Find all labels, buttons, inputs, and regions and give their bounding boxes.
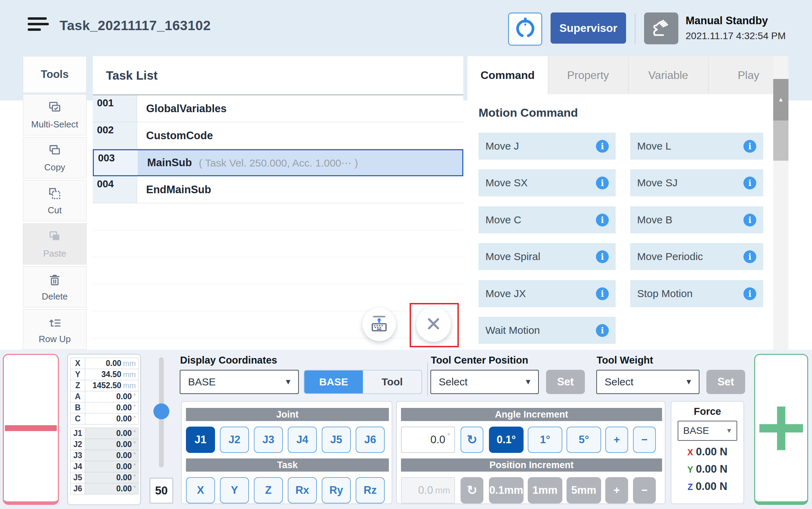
angle-increment-0p1[interactable]: 0.1° — [489, 427, 524, 453]
info-icon[interactable]: i — [596, 287, 609, 300]
tool-center-position-dropdown[interactable]: Select ▼ — [430, 370, 539, 394]
coord-unit: ° — [134, 404, 136, 410]
coord-label: J6 — [71, 483, 85, 494]
command-wait-motion[interactable]: Wait Motion i — [479, 317, 616, 344]
jog-axis-y[interactable]: Y — [220, 477, 249, 503]
chevron-down-icon: ▼ — [284, 377, 292, 386]
info-icon[interactable]: i — [743, 177, 756, 189]
position-increment-header: Position Increment — [401, 458, 662, 472]
supervisor-button[interactable]: Supervisor — [551, 12, 626, 44]
task-row[interactable]: 002 CustomCode — [93, 122, 463, 149]
jog-plus-button[interactable] — [754, 354, 808, 505]
tool-weight-set-button[interactable]: Set — [706, 370, 745, 394]
coord-label: X — [71, 358, 85, 369]
info-icon[interactable]: i — [596, 140, 609, 153]
angle-increment-plus-button[interactable]: + — [605, 427, 628, 453]
command-move-c[interactable]: Move C i — [479, 206, 616, 233]
annotation-highlight-box — [410, 303, 459, 347]
command-move-jx[interactable]: Move JX i — [479, 280, 616, 307]
command-move-sj[interactable]: Move SJ i — [630, 169, 763, 196]
position-increment-5mm: 5mm — [566, 477, 601, 503]
display-coordinates-dropdown[interactable]: BASE ▼ — [180, 370, 299, 394]
force-card: Force BASE ▼ X0.00 N Y0.00 N Z0.00 N — [671, 401, 744, 504]
joint-task-jog-card: Joint J1 J2 J3 J4 J5 J6 Task X Y Z Rx Ry… — [181, 401, 392, 504]
angle-increment-1[interactable]: 1° — [528, 427, 562, 453]
increment-card: Angle Increment 0.0 ° ↻ 0.1° 1° 5° + − P… — [396, 401, 666, 504]
force-frame-dropdown[interactable]: BASE ▼ — [678, 421, 737, 441]
coord-unit: mm — [123, 359, 136, 368]
robot-teach-pendant: Task_20211117_163102 Supervisor Manual S… — [0, 0, 812, 509]
command-move-j[interactable]: Move J i — [479, 133, 616, 160]
coord-label: J3 — [71, 450, 85, 461]
tool-delete[interactable]: Delete — [23, 266, 87, 307]
force-axis-label: Y — [687, 465, 693, 474]
task-row[interactable]: 004 EndMainSub — [93, 176, 463, 203]
speed-value-box[interactable]: 50 — [150, 478, 173, 503]
jog-axis-z[interactable]: Z — [254, 477, 283, 503]
tab-variable[interactable]: Variable — [628, 56, 708, 94]
command-label: Move JX — [485, 288, 596, 300]
command-scrollbar-thumb[interactable] — [773, 120, 788, 161]
jog-axis-j5[interactable]: J5 — [322, 427, 351, 453]
command-move-spiral[interactable]: Move Spiral i — [479, 243, 616, 270]
toggle-tool[interactable]: Tool — [363, 370, 421, 393]
scroll-up-icon[interactable]: ▲ — [773, 79, 788, 120]
coord-unit: ° — [134, 474, 136, 480]
motion-command-title: Motion Command — [479, 106, 578, 119]
task-row[interactable]: 001 GlobalVariables — [93, 95, 463, 122]
jog-axis-rx[interactable]: Rx — [288, 477, 317, 503]
jog-panel-divider — [427, 362, 428, 396]
display-coordinates-label: Display Coordinates — [180, 355, 277, 366]
multi-select-icon — [47, 100, 63, 117]
task-row-name: EndMainSub — [146, 184, 211, 196]
tab-property[interactable]: Property — [548, 56, 628, 94]
toggle-base[interactable]: BASE — [304, 370, 363, 393]
jog-axis-rz[interactable]: Rz — [356, 477, 385, 503]
hamburger-menu-icon[interactable] — [28, 17, 49, 34]
info-icon[interactable]: i — [743, 214, 756, 226]
command-move-periodic[interactable]: Move Periodic i — [630, 243, 763, 270]
info-icon[interactable]: i — [596, 177, 609, 189]
tab-command[interactable]: Command — [467, 56, 548, 94]
info-icon[interactable]: i — [596, 214, 609, 226]
jog-axis-j2[interactable]: J2 — [220, 427, 249, 453]
info-icon[interactable]: i — [596, 250, 609, 263]
command-move-sx[interactable]: Move SX i — [479, 169, 616, 196]
jog-axis-j1[interactable]: J1 — [186, 427, 215, 453]
gripper-tool-button[interactable] — [508, 12, 542, 46]
angle-increment-5[interactable]: 5° — [566, 427, 601, 453]
coord-label: Z — [71, 380, 85, 391]
jog-axis-ry[interactable]: Ry — [322, 477, 351, 503]
tool-row-up[interactable]: Row Up — [23, 309, 87, 350]
tool-multi-select[interactable]: Multi-Select — [23, 94, 87, 135]
command-stop-motion[interactable]: Stop Motion i — [630, 280, 763, 307]
chevron-down-icon: ▼ — [685, 377, 693, 386]
manual-mode-button[interactable] — [644, 12, 678, 44]
jog-axis-j4[interactable]: J4 — [288, 427, 317, 453]
tool-paste: Paste — [23, 223, 87, 265]
virtual-keyboard-button[interactable] — [363, 308, 396, 341]
tool-weight-dropdown[interactable]: Select ▼ — [596, 370, 699, 394]
jog-minus-button[interactable] — [3, 354, 59, 505]
task-row-selected[interactable]: 003 MainSub ( Task Vel. 250.000, Acc. 1.… — [93, 149, 463, 176]
tool-center-position-set-button[interactable]: Set — [546, 370, 585, 394]
info-icon[interactable]: i — [743, 287, 756, 300]
command-label: Move L — [637, 140, 743, 152]
jog-axis-x[interactable]: X — [186, 477, 215, 503]
angle-increment-input[interactable]: 0.0 ° — [401, 427, 455, 453]
jog-axis-j3[interactable]: J3 — [254, 427, 283, 453]
info-icon[interactable]: i — [743, 250, 756, 263]
tool-cut[interactable]: Cut — [23, 180, 87, 221]
command-move-l[interactable]: Move L i — [630, 133, 763, 160]
speed-slider-thumb[interactable] — [153, 403, 169, 419]
coord-unit: mm — [123, 381, 136, 390]
command-move-b[interactable]: Move B i — [630, 206, 763, 233]
info-icon[interactable]: i — [596, 324, 609, 337]
coord-label: Y — [71, 369, 85, 380]
tool-copy[interactable]: Copy — [23, 137, 87, 178]
paste-icon — [47, 229, 63, 246]
angle-increment-minus-button[interactable]: − — [633, 427, 656, 453]
jog-axis-j6[interactable]: J6 — [356, 427, 385, 453]
angle-increment-reset-button[interactable]: ↻ — [461, 427, 483, 453]
info-icon[interactable]: i — [743, 140, 756, 153]
